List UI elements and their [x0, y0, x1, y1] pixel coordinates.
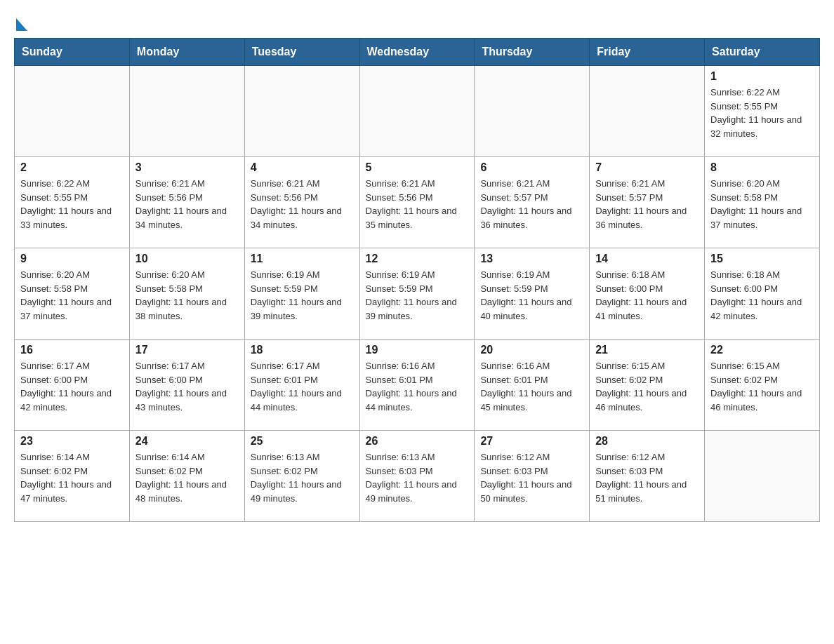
day-number: 12 — [366, 253, 469, 265]
calendar-cell: 9Sunrise: 6:20 AMSunset: 5:58 PMDaylight… — [15, 248, 130, 340]
calendar-cell — [475, 66, 590, 157]
calendar-cell: 15Sunrise: 6:18 AMSunset: 6:00 PMDayligh… — [705, 248, 820, 340]
calendar-cell: 19Sunrise: 6:16 AMSunset: 6:01 PMDayligh… — [359, 340, 475, 431]
weekday-header-row: SundayMondayTuesdayWednesdayThursdayFrid… — [15, 39, 820, 66]
weekday-header-friday: Friday — [590, 39, 705, 66]
calendar-cell — [359, 66, 475, 157]
calendar-cell — [590, 66, 705, 157]
day-info: Sunrise: 6:21 AMSunset: 5:56 PMDaylight:… — [366, 177, 469, 232]
day-number: 28 — [595, 435, 699, 448]
day-number: 8 — [710, 161, 814, 174]
day-info: Sunrise: 6:12 AMSunset: 6:03 PMDaylight:… — [595, 450, 699, 505]
day-number: 19 — [366, 344, 469, 356]
day-info: Sunrise: 6:17 AMSunset: 6:01 PMDaylight:… — [251, 359, 354, 414]
page-header — [14, 14, 820, 27]
calendar-cell — [705, 431, 820, 522]
day-info: Sunrise: 6:21 AMSunset: 5:56 PMDaylight:… — [135, 177, 239, 232]
day-number: 6 — [480, 161, 583, 174]
day-info: Sunrise: 6:13 AMSunset: 6:03 PMDaylight:… — [366, 450, 469, 505]
day-number: 5 — [366, 161, 469, 174]
week-row-4: 16Sunrise: 6:17 AMSunset: 6:00 PMDayligh… — [15, 340, 820, 431]
calendar-cell: 7Sunrise: 6:21 AMSunset: 5:57 PMDaylight… — [590, 157, 705, 248]
day-info: Sunrise: 6:14 AMSunset: 6:02 PMDaylight:… — [135, 450, 239, 505]
day-number: 9 — [20, 253, 124, 265]
day-info: Sunrise: 6:17 AMSunset: 6:00 PMDaylight:… — [135, 359, 239, 414]
week-row-3: 9Sunrise: 6:20 AMSunset: 5:58 PMDaylight… — [15, 248, 820, 340]
calendar-cell: 18Sunrise: 6:17 AMSunset: 6:01 PMDayligh… — [244, 340, 359, 431]
day-number: 1 — [710, 70, 814, 83]
day-info: Sunrise: 6:15 AMSunset: 6:02 PMDaylight:… — [710, 359, 814, 414]
calendar-cell: 11Sunrise: 6:19 AMSunset: 5:59 PMDayligh… — [244, 248, 359, 340]
calendar-cell: 27Sunrise: 6:12 AMSunset: 6:03 PMDayligh… — [475, 431, 590, 522]
calendar-cell: 8Sunrise: 6:20 AMSunset: 5:58 PMDaylight… — [705, 157, 820, 248]
day-info: Sunrise: 6:18 AMSunset: 6:00 PMDaylight:… — [710, 268, 814, 323]
day-info: Sunrise: 6:18 AMSunset: 6:00 PMDaylight:… — [595, 268, 699, 323]
calendar-cell: 6Sunrise: 6:21 AMSunset: 5:57 PMDaylight… — [475, 157, 590, 248]
day-number: 15 — [710, 253, 814, 265]
day-info: Sunrise: 6:12 AMSunset: 6:03 PMDaylight:… — [480, 450, 583, 505]
day-info: Sunrise: 6:13 AMSunset: 6:02 PMDaylight:… — [251, 450, 354, 505]
day-info: Sunrise: 6:19 AMSunset: 5:59 PMDaylight:… — [251, 268, 354, 323]
calendar-cell: 10Sunrise: 6:20 AMSunset: 5:58 PMDayligh… — [129, 248, 244, 340]
day-number: 22 — [710, 344, 814, 356]
day-info: Sunrise: 6:21 AMSunset: 5:56 PMDaylight:… — [251, 177, 354, 232]
calendar-cell: 21Sunrise: 6:15 AMSunset: 6:02 PMDayligh… — [590, 340, 705, 431]
day-info: Sunrise: 6:19 AMSunset: 5:59 PMDaylight:… — [366, 268, 469, 323]
day-number: 20 — [480, 344, 583, 356]
day-info: Sunrise: 6:19 AMSunset: 5:59 PMDaylight:… — [480, 268, 583, 323]
calendar-cell: 12Sunrise: 6:19 AMSunset: 5:59 PMDayligh… — [359, 248, 475, 340]
day-number: 3 — [135, 161, 239, 174]
calendar-cell — [244, 66, 359, 157]
day-info: Sunrise: 6:20 AMSunset: 5:58 PMDaylight:… — [710, 177, 814, 232]
day-number: 14 — [595, 253, 699, 265]
day-number: 11 — [251, 253, 354, 265]
day-info: Sunrise: 6:20 AMSunset: 5:58 PMDaylight:… — [135, 268, 239, 323]
calendar-cell: 20Sunrise: 6:16 AMSunset: 6:01 PMDayligh… — [475, 340, 590, 431]
day-info: Sunrise: 6:20 AMSunset: 5:58 PMDaylight:… — [20, 268, 124, 323]
day-number: 27 — [480, 435, 583, 448]
day-info: Sunrise: 6:15 AMSunset: 6:02 PMDaylight:… — [595, 359, 699, 414]
calendar-cell: 14Sunrise: 6:18 AMSunset: 6:00 PMDayligh… — [590, 248, 705, 340]
calendar-cell — [129, 66, 244, 157]
week-row-1: 1Sunrise: 6:22 AMSunset: 5:55 PMDaylight… — [15, 66, 820, 157]
calendar-cell: 24Sunrise: 6:14 AMSunset: 6:02 PMDayligh… — [129, 431, 244, 522]
logo — [14, 14, 27, 27]
calendar-cell: 3Sunrise: 6:21 AMSunset: 5:56 PMDaylight… — [129, 157, 244, 248]
day-number: 18 — [251, 344, 354, 356]
calendar-cell: 25Sunrise: 6:13 AMSunset: 6:02 PMDayligh… — [244, 431, 359, 522]
calendar-cell: 17Sunrise: 6:17 AMSunset: 6:00 PMDayligh… — [129, 340, 244, 431]
day-number: 16 — [20, 344, 124, 356]
day-info: Sunrise: 6:16 AMSunset: 6:01 PMDaylight:… — [366, 359, 469, 414]
day-number: 17 — [135, 344, 239, 356]
calendar-cell: 26Sunrise: 6:13 AMSunset: 6:03 PMDayligh… — [359, 431, 475, 522]
day-info: Sunrise: 6:17 AMSunset: 6:00 PMDaylight:… — [20, 359, 124, 414]
calendar-cell — [15, 66, 130, 157]
weekday-header-sunday: Sunday — [15, 39, 130, 66]
calendar-table: SundayMondayTuesdayWednesdayThursdayFrid… — [14, 38, 820, 522]
weekday-header-monday: Monday — [129, 39, 244, 66]
weekday-header-wednesday: Wednesday — [359, 39, 475, 66]
day-number: 21 — [595, 344, 699, 356]
day-number: 13 — [480, 253, 583, 265]
calendar-cell: 16Sunrise: 6:17 AMSunset: 6:00 PMDayligh… — [15, 340, 130, 431]
calendar-cell: 2Sunrise: 6:22 AMSunset: 5:55 PMDaylight… — [15, 157, 130, 248]
day-number: 7 — [595, 161, 699, 174]
calendar-cell: 13Sunrise: 6:19 AMSunset: 5:59 PMDayligh… — [475, 248, 590, 340]
calendar-cell: 5Sunrise: 6:21 AMSunset: 5:56 PMDaylight… — [359, 157, 475, 248]
day-number: 23 — [20, 435, 124, 448]
day-number: 10 — [135, 253, 239, 265]
day-info: Sunrise: 6:21 AMSunset: 5:57 PMDaylight:… — [595, 177, 699, 232]
calendar-cell: 4Sunrise: 6:21 AMSunset: 5:56 PMDaylight… — [244, 157, 359, 248]
day-info: Sunrise: 6:22 AMSunset: 5:55 PMDaylight:… — [20, 177, 124, 232]
calendar-cell: 28Sunrise: 6:12 AMSunset: 6:03 PMDayligh… — [590, 431, 705, 522]
day-info: Sunrise: 6:21 AMSunset: 5:57 PMDaylight:… — [480, 177, 583, 232]
logo-triangle-icon — [16, 18, 27, 31]
calendar-cell: 23Sunrise: 6:14 AMSunset: 6:02 PMDayligh… — [15, 431, 130, 522]
day-info: Sunrise: 6:14 AMSunset: 6:02 PMDaylight:… — [20, 450, 124, 505]
week-row-2: 2Sunrise: 6:22 AMSunset: 5:55 PMDaylight… — [15, 157, 820, 248]
weekday-header-saturday: Saturday — [705, 39, 820, 66]
day-info: Sunrise: 6:16 AMSunset: 6:01 PMDaylight:… — [480, 359, 583, 414]
week-row-5: 23Sunrise: 6:14 AMSunset: 6:02 PMDayligh… — [15, 431, 820, 522]
weekday-header-thursday: Thursday — [475, 39, 590, 66]
day-number: 26 — [366, 435, 469, 448]
